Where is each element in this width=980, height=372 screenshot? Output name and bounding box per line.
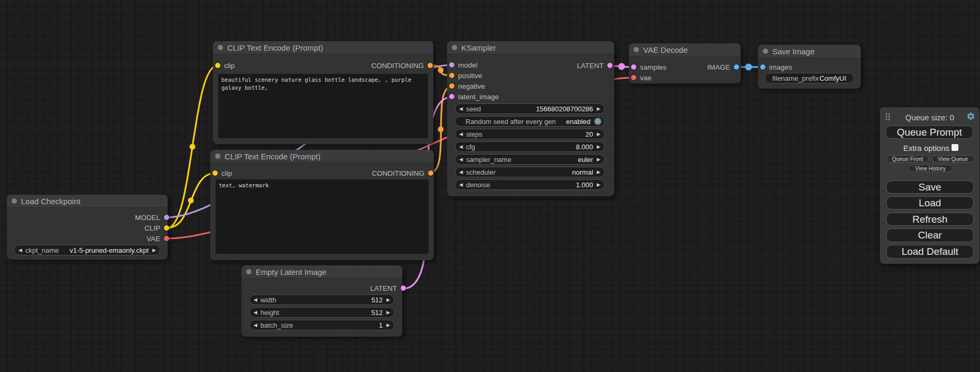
increment-arrow-icon[interactable] (597, 157, 600, 162)
queue-front-button[interactable]: Queue Front (886, 155, 929, 163)
input-slot-samples[interactable]: samples (631, 62, 666, 72)
toggle-enabled-icon[interactable] (594, 118, 601, 125)
node-title-bar[interactable]: KSampler (447, 41, 614, 54)
increment-arrow-icon[interactable] (597, 170, 600, 175)
increment-arrow-icon[interactable] (386, 310, 390, 315)
node-title-bar[interactable]: Load Checkpoint (7, 195, 168, 208)
node-ksampler[interactable]: KSampler model positive negative latent_… (447, 41, 614, 196)
queue-prompt-button[interactable]: Queue Prompt (886, 126, 973, 139)
input-slot-images[interactable]: images (760, 62, 792, 72)
collapse-dot-icon[interactable] (634, 47, 639, 52)
decrement-arrow-icon[interactable] (254, 310, 257, 315)
collapse-dot-icon[interactable] (246, 269, 251, 274)
decrement-arrow-icon[interactable] (459, 145, 463, 149)
vae-slot-dot[interactable] (164, 236, 169, 241)
decrement-arrow-icon[interactable] (18, 248, 22, 253)
increment-arrow-icon[interactable] (597, 132, 600, 137)
node-title-bar[interactable]: Empty Latent Image (241, 265, 402, 279)
model-slot-dot[interactable] (449, 62, 454, 68)
input-slot-clip[interactable]: clip (212, 168, 232, 178)
node-empty-latent-image[interactable]: Empty Latent Image LATENT width 512 heig… (241, 265, 402, 337)
decrement-arrow-icon[interactable] (254, 323, 257, 328)
collapse-dot-icon[interactable] (218, 45, 223, 50)
clear-button[interactable]: Clear (886, 228, 974, 242)
image-slot-dot[interactable] (734, 64, 739, 70)
vae-slot-dot[interactable] (631, 75, 636, 80)
increment-arrow-icon[interactable] (386, 323, 390, 328)
node-clip-text-encode-positive[interactable]: CLIP Text Encode (Prompt) clip CONDITION… (213, 41, 433, 144)
decrement-arrow-icon[interactable] (254, 298, 257, 302)
refresh-button[interactable]: Refresh (886, 213, 974, 226)
input-slot-latent-image[interactable]: latent_image (449, 91, 499, 102)
output-slot-image[interactable]: IMAGE (707, 62, 739, 72)
clip-slot-dot[interactable] (215, 63, 220, 68)
settings-gear-icon[interactable] (966, 112, 975, 121)
widget-height[interactable]: height 512 (249, 307, 394, 318)
latent-slot-dot[interactable] (607, 63, 613, 68)
load-button[interactable]: Load (886, 196, 974, 209)
node-save-image[interactable]: Save Image images filename_prefix ComfyU… (758, 45, 861, 89)
latent-slot-dot[interactable] (449, 94, 454, 99)
negative-prompt-textarea[interactable]: text, watermark (216, 179, 429, 254)
decrement-arrow-icon[interactable] (459, 183, 463, 187)
increment-arrow-icon[interactable] (152, 248, 156, 253)
decrement-arrow-icon[interactable] (459, 132, 463, 137)
clip-slot-dot[interactable] (164, 225, 169, 231)
node-vae-decode[interactable]: VAE Decode samples vae IMAGE (629, 43, 741, 83)
collapse-dot-icon[interactable] (452, 45, 457, 50)
latent-slot-dot[interactable] (401, 285, 406, 291)
conditioning-slot-dot[interactable] (428, 63, 433, 68)
output-slot-vae[interactable]: VAE (147, 233, 169, 244)
output-slot-conditioning[interactable]: CONDITIONING (372, 168, 433, 178)
node-title-bar[interactable]: CLIP Text Encode (Prompt) (210, 150, 434, 163)
increment-arrow-icon[interactable] (597, 183, 600, 187)
view-history-button[interactable]: View History (908, 165, 953, 172)
widget-random-seed-toggle[interactable]: Random seed after every gen enabled (455, 116, 605, 127)
comfyui-canvas[interactable]: { "app": "ComfyUI node graph", "colors":… (0, 0, 980, 372)
node-title-bar[interactable]: VAE Decode (629, 43, 741, 56)
widget-scheduler[interactable]: scheduler normal (455, 167, 605, 177)
widget-width[interactable]: width 512 (249, 294, 394, 305)
widget-denoise[interactable]: denoise 1.000 (455, 179, 605, 190)
node-title-bar[interactable]: Save Image (758, 45, 861, 58)
collapse-dot-icon[interactable] (12, 198, 17, 204)
increment-arrow-icon[interactable] (386, 298, 390, 302)
decrement-arrow-icon[interactable] (459, 157, 463, 162)
clip-slot-dot[interactable] (212, 170, 218, 176)
widget-cfg[interactable]: cfg 8.000 (455, 141, 605, 152)
output-slot-latent[interactable]: LATENT (370, 283, 406, 293)
extra-options-checkbox[interactable] (952, 144, 958, 151)
widget-steps[interactable]: steps 20 (455, 129, 605, 139)
widget-batch-size[interactable]: batch_size 1 (249, 320, 394, 330)
conditioning-slot-dot[interactable] (449, 73, 454, 78)
conditioning-slot-dot[interactable] (428, 170, 433, 176)
input-slot-vae[interactable]: vae (631, 72, 652, 83)
load-default-button[interactable]: Load Default (886, 245, 974, 259)
node-load-checkpoint[interactable]: Load Checkpoint MODEL CLIP VAE ckpt_name… (7, 195, 168, 260)
latent-slot-dot[interactable] (631, 64, 636, 70)
decrement-arrow-icon[interactable] (459, 170, 463, 175)
image-slot-dot[interactable] (760, 64, 765, 70)
model-slot-dot[interactable] (164, 215, 169, 220)
input-slot-negative[interactable]: negative (449, 81, 485, 91)
positive-prompt-textarea[interactable]: beautiful scenery nature glass bottle la… (218, 74, 428, 138)
output-slot-clip[interactable]: CLIP (144, 223, 169, 233)
conditioning-slot-dot[interactable] (449, 83, 454, 89)
node-clip-text-encode-negative[interactable]: CLIP Text Encode (Prompt) clip CONDITION… (210, 150, 434, 260)
output-slot-latent[interactable]: LATENT (577, 60, 613, 71)
output-slot-conditioning[interactable]: CONDITIONING (371, 60, 433, 71)
save-button[interactable]: Save (886, 180, 974, 194)
increment-arrow-icon[interactable] (597, 107, 600, 111)
input-slot-model[interactable]: model (449, 60, 478, 70)
output-slot-model[interactable]: MODEL (135, 212, 169, 223)
widget-sampler-name[interactable]: sampler_name euler (455, 154, 605, 165)
widget-seed[interactable]: seed 156680208700286 (455, 103, 605, 114)
collapse-dot-icon[interactable] (215, 154, 220, 159)
widget-ckpt-name[interactable]: ckpt_name v1-5-pruned-emaonly.ckpt (14, 245, 160, 255)
node-title-bar[interactable]: CLIP Text Encode (Prompt) (213, 41, 433, 54)
decrement-arrow-icon[interactable] (459, 107, 463, 111)
increment-arrow-icon[interactable] (597, 145, 600, 149)
input-slot-positive[interactable]: positive (449, 70, 482, 81)
input-slot-clip[interactable]: clip (215, 60, 235, 71)
widget-filename-prefix[interactable]: filename_prefix ComfyUI (765, 73, 854, 83)
